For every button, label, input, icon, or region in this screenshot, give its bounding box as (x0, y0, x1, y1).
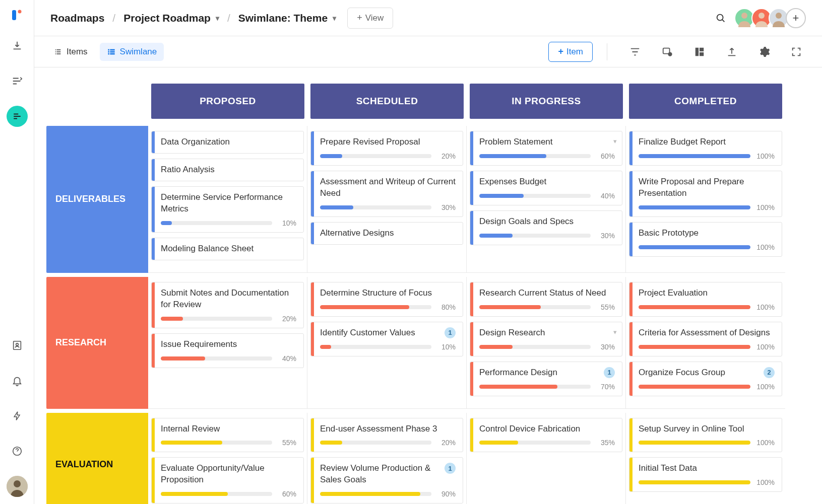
swimlane-cell[interactable]: Project Evaluation100%Criteria for Asses… (626, 277, 785, 409)
card[interactable]: Project Evaluation100% (629, 282, 782, 317)
card[interactable]: Alternative Designs (310, 222, 463, 245)
card[interactable]: Review Volume Production & Sales Goals19… (310, 457, 463, 503)
card[interactable]: Initial Test Data100% (629, 457, 782, 492)
swimlane-cell[interactable]: Submit Notes and Documentation for Revie… (148, 277, 307, 409)
filter-icon[interactable] (628, 45, 642, 58)
link-settings-icon[interactable] (661, 45, 674, 58)
card[interactable]: Prepare Revised Proposal20% (310, 131, 463, 166)
card[interactable]: Ratio Analysis (151, 159, 304, 181)
card[interactable]: Modeling Balance Sheet (151, 238, 304, 260)
progress-percent: 60% (596, 152, 615, 160)
progress-bar (479, 194, 591, 198)
add-view-button[interactable]: +View (347, 8, 393, 29)
card[interactable]: Performance Design170% (470, 362, 622, 396)
view-mode-bar: Items Swimlane +Item (34, 36, 822, 67)
card-menu-icon[interactable]: ▾ (613, 328, 617, 336)
download-icon[interactable] (7, 35, 28, 56)
card[interactable]: Problem Statement▾60% (470, 131, 622, 166)
card[interactable]: Assessment and Writeup of Current Need30… (310, 171, 463, 217)
card[interactable]: Internal Review55% (151, 418, 304, 453)
card-title: Setup Survey in Online Tool (639, 423, 775, 435)
fullscreen-icon[interactable] (790, 45, 803, 58)
progress-percent: 10% (277, 219, 296, 227)
layout-icon[interactable] (693, 45, 706, 58)
swimlane-nav-icon[interactable] (7, 106, 28, 127)
lane-label[interactable]: EVALUATION (46, 413, 148, 505)
swimlane-cell[interactable]: Prepare Revised Proposal20%Assessment an… (307, 126, 467, 273)
progress-percent: 90% (436, 490, 456, 498)
bolt-icon[interactable] (7, 405, 28, 426)
swimlane-cell[interactable]: Internal Review55%Evaluate Opportunity/V… (148, 413, 307, 505)
card[interactable]: Setup Survey in Online Tool100% (629, 418, 782, 453)
export-icon[interactable] (725, 45, 738, 58)
swimlane-cell[interactable]: Data OrganizationRatio AnalysisDetermine… (148, 126, 307, 273)
card[interactable]: Issue Requirements40% (151, 333, 304, 368)
card[interactable]: End-user Assessment Phase 320% (310, 418, 463, 453)
card[interactable]: Submit Notes and Documentation for Revie… (151, 282, 304, 328)
card[interactable]: Basic Prototype100% (629, 222, 782, 257)
card[interactable]: Design Goals and Specs30% (470, 210, 622, 245)
card[interactable]: Data Organization (151, 131, 304, 154)
add-collaborator-button[interactable]: + (786, 8, 806, 28)
svg-rect-0 (12, 10, 16, 20)
card[interactable]: Determine Structure of Focus80% (310, 282, 463, 317)
count-badge: 2 (764, 367, 775, 378)
progress-percent: 60% (277, 490, 296, 498)
card[interactable]: Evaluate Opportunity/Value Proposition60… (151, 457, 304, 503)
search-icon[interactable] (715, 13, 726, 24)
svg-point-10 (776, 13, 782, 19)
card[interactable]: Determine Service Performance Metrics10% (151, 186, 304, 233)
items-mode-button[interactable]: Items (46, 43, 95, 61)
current-user-avatar[interactable] (7, 476, 28, 497)
card[interactable]: Organize Focus Group2100% (629, 362, 782, 396)
count-badge: 1 (445, 463, 456, 474)
notifications-icon[interactable] (7, 370, 28, 391)
card[interactable]: Finalize Budget Report100% (629, 131, 782, 166)
swimlane-cell[interactable]: Finalize Budget Report100%Write Proposal… (626, 126, 785, 273)
card-menu-icon[interactable]: ▾ (613, 137, 617, 145)
card[interactable]: Research Current Status of Need55% (470, 282, 622, 317)
breadcrumb-project[interactable]: Project Roadmap ▾ (123, 12, 219, 24)
gear-icon[interactable] (757, 45, 771, 58)
card[interactable]: Expenses Budget40% (470, 171, 622, 205)
add-item-button[interactable]: +Item (548, 42, 593, 62)
svg-rect-14 (110, 51, 114, 52)
contacts-icon[interactable] (7, 335, 28, 356)
card[interactable]: Criteria for Assessment of Designs100% (629, 322, 782, 356)
progress-bar (320, 441, 431, 445)
card-title: Alternative Designs (320, 228, 456, 239)
progress-percent: 80% (436, 303, 456, 311)
lane-label[interactable]: RESEARCH (46, 277, 148, 409)
card-title: End-user Assessment Phase 3 (320, 423, 456, 435)
card[interactable]: Control Device Fabrication35% (470, 418, 622, 453)
card[interactable]: Write Proposal and Prepare Presentation1… (629, 171, 782, 217)
breadcrumb-root[interactable]: Roadmaps (50, 12, 104, 24)
card-title: Submit Notes and Documentation for Revie… (161, 287, 296, 311)
card-title: Identify Customer Values (320, 327, 440, 339)
swimlane-mode-button[interactable]: Swimlane (100, 43, 164, 61)
progress-bar (320, 305, 431, 309)
progress-bar (639, 480, 750, 484)
svg-point-8 (741, 13, 747, 19)
swimlane-cell[interactable]: Determine Structure of Focus80%Identify … (307, 277, 467, 409)
card-title: Performance Design (479, 367, 600, 379)
card-title: Research Current Status of Need (479, 287, 615, 299)
swimlane-cell[interactable]: Setup Survey in Online Tool100%Initial T… (626, 413, 785, 505)
card-title: Assessment and Writeup of Current Need (320, 176, 456, 199)
swimlane-cell[interactable]: Research Current Status of Need55%Design… (467, 277, 626, 409)
breadcrumb-swimlane[interactable]: Swimlane: Theme ▾ (238, 12, 336, 24)
help-icon[interactable] (7, 441, 28, 462)
progress-bar (639, 245, 750, 249)
swimlane-cell[interactable]: End-user Assessment Phase 320%Review Vol… (307, 413, 467, 505)
lane-label[interactable]: DELIVERABLES (46, 126, 148, 273)
column-header: SCHEDULED (310, 84, 464, 119)
card[interactable]: Identify Customer Values110% (310, 322, 463, 356)
card-title: Organize Focus Group (639, 367, 760, 379)
list-progress-icon[interactable] (7, 70, 28, 92)
swimlane-cell[interactable]: Problem Statement▾60%Expenses Budget40%D… (467, 126, 626, 273)
card[interactable]: Design Research▾30% (470, 322, 622, 356)
app-logo[interactable] (11, 9, 23, 21)
swimlane-cell[interactable]: Control Device Fabrication35% (467, 413, 626, 505)
column-header: COMPLETED (629, 84, 782, 119)
count-badge: 1 (445, 327, 456, 338)
